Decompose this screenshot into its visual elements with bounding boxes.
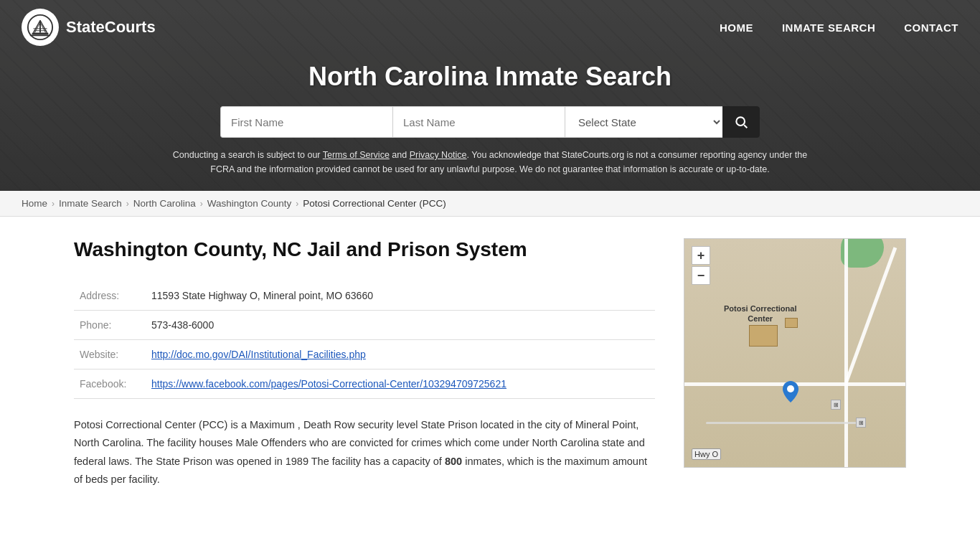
phone-label: Phone: [74,311,146,340]
info-table: Address: 11593 State Highway O, Mineral … [74,281,655,399]
map-road-loop [706,422,862,424]
map-zoom-out[interactable]: − [692,266,710,285]
map-small-square-1: ⊞ [831,400,841,410]
nav-home[interactable]: HOME [720,22,753,34]
logo-link[interactable]: StateCourts [22,9,156,46]
nav-inmate-search[interactable]: INMATE SEARCH [782,22,875,34]
breadcrumb-current: Potosi Correctional Center (PCC) [303,198,446,209]
map-section: Potosi CorrectionalCenter ⊞ ⊞ Hwy O + − [684,238,906,489]
search-icon [734,115,748,129]
info-section: Washington County, NC Jail and Prison Sy… [74,238,655,489]
map-background [684,239,905,467]
website-link[interactable]: http://doc.mo.gov/DAI/Institutional_Faci… [151,349,366,360]
breadcrumb: Home › Inmate Search › North Carolina › … [0,191,980,217]
capacity-bold: 800 [445,456,462,467]
facebook-row: Facebook: https://www.facebook.com/pages… [74,369,655,399]
map-container: Potosi CorrectionalCenter ⊞ ⊞ Hwy O + − [684,238,906,468]
address-row: Address: 11593 State Highway O, Mineral … [74,281,655,311]
svg-point-12 [787,385,794,392]
map-road-right-v [844,239,848,467]
map-controls[interactable]: + − [692,246,710,285]
phone-row: Phone: 573-438-6000 [74,311,655,340]
content-wrapper: Washington County, NC Jail and Prison Sy… [74,238,906,489]
website-row: Website: http://doc.mo.gov/DAI/Instituti… [74,340,655,369]
map-zoom-in[interactable]: + [692,246,710,265]
map-pin [783,381,798,402]
last-name-input[interactable] [392,106,565,138]
map-hwy-label: Hwy O [692,448,721,460]
breadcrumb-sep-4: › [296,199,298,209]
logo-svg [27,14,54,41]
breadcrumb-home[interactable]: Home [22,198,47,209]
search-bar: Select StateAlabamaAlaskaArizonaArkansas… [14,106,966,138]
nav-contact[interactable]: CONTACT [904,22,958,34]
svg-point-10 [736,117,745,126]
state-select[interactable]: Select StateAlabamaAlaskaArizonaArkansas… [565,106,722,138]
breadcrumb-sep-3: › [200,199,203,209]
terms-link[interactable]: Terms of Service [323,150,390,160]
breadcrumb-sep-1: › [52,199,55,209]
breadcrumb-inmate-search[interactable]: Inmate Search [59,198,122,209]
svg-rect-2 [30,34,51,36]
breadcrumb-washington-county[interactable]: Washington County [207,198,291,209]
header: StateCourts HOME INMATE SEARCH CONTACT N… [0,0,980,191]
logo-text: StateCourts [66,18,156,37]
svg-line-6 [34,22,40,32]
map-small-square-2: ⊞ [856,418,866,428]
header-content: StateCourts HOME INMATE SEARCH CONTACT N… [0,0,980,191]
disclaimer-text: Conducting a search is subject to our Te… [167,148,813,176]
main-container: Washington County, NC Jail and Prison Sy… [38,217,942,511]
facebook-link[interactable]: https://www.facebook.com/pages/Potosi-Co… [151,378,507,390]
breadcrumb-sep-2: › [126,199,129,209]
privacy-link[interactable]: Privacy Notice [410,150,467,160]
facility-title: Washington County, NC Jail and Prison Sy… [74,238,655,261]
nav-links: HOME INMATE SEARCH CONTACT [720,22,958,34]
nav-bar: StateCourts HOME INMATE SEARCH CONTACT [0,0,980,55]
breadcrumb-north-carolina[interactable]: North Carolina [133,198,196,209]
address-value: 11593 State Highway O, Mineral point, MO… [146,281,655,311]
svg-line-7 [40,22,46,32]
map-facility-label: Potosi CorrectionalCenter [724,303,796,324]
map-building-main [749,325,778,347]
logo-icon [22,9,59,46]
website-label: Website: [74,340,146,369]
facebook-label: Facebook: [74,369,146,399]
svg-rect-1 [32,33,49,35]
hero-title: North Carolina Inmate Search [14,62,966,92]
hero-section: North Carolina Inmate Search Select Stat… [0,55,980,191]
svg-line-11 [744,125,747,128]
facility-description: Potosi Correctional Center (PCC) is a Ma… [74,416,655,489]
website-value: http://doc.mo.gov/DAI/Institutional_Faci… [146,340,655,369]
address-label: Address: [74,281,146,311]
search-button[interactable] [722,106,760,138]
first-name-input[interactable] [220,106,392,138]
phone-value: 573-438-6000 [146,311,655,340]
facebook-value: https://www.facebook.com/pages/Potosi-Co… [146,369,655,399]
